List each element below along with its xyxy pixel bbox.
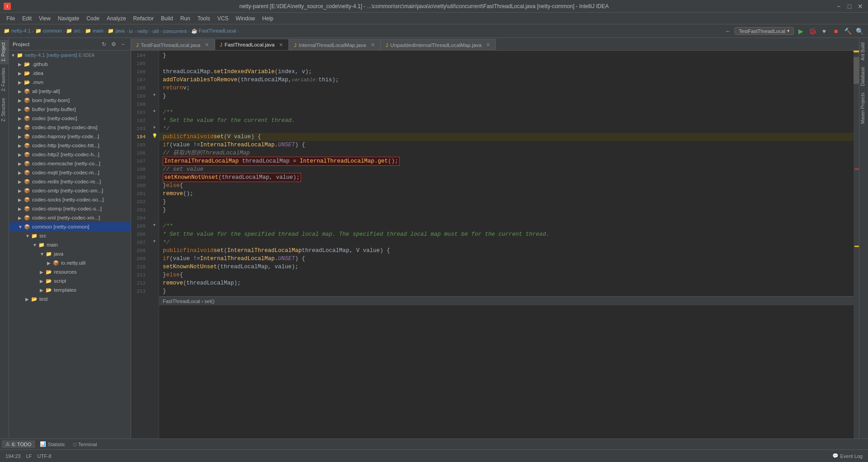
tree-item[interactable]: ▶ 📦 io.netty.util — [9, 258, 131, 267]
menu-build[interactable]: Build — [157, 14, 177, 23]
tree-item[interactable]: ▶ 📂 .idea — [9, 69, 131, 78]
run-config-dropdown[interactable]: ▾ — [787, 28, 790, 34]
tree-item[interactable]: ▶ 📦 codec-http2 [netty-codec-h...] — [9, 150, 131, 159]
collapse-arrow[interactable]: ▼ — [153, 223, 156, 228]
breadcrumb-netty[interactable]: 📁 netty-4.1 — [4, 28, 31, 34]
tree-item-templates[interactable]: ▶ 📂 templates — [9, 285, 131, 294]
build-button[interactable]: 🔨 — [843, 26, 853, 36]
collapse-arrow[interactable]: ▼ — [153, 239, 156, 244]
menu-edit[interactable]: Edit — [19, 14, 35, 23]
expand-arrow: ▶ — [18, 161, 24, 166]
breadcrumb-java[interactable]: 📁 java — [108, 28, 124, 34]
close-tab-btn[interactable]: ✕ — [370, 42, 376, 48]
tab-testfastthreadlocal[interactable]: J TestFastThreadLocal.java ✕ — [131, 39, 215, 51]
tree-item[interactable]: ▼ 📁 java — [9, 249, 131, 258]
expand-arrow: ▶ — [40, 288, 45, 293]
menu-file[interactable]: File — [3, 14, 19, 23]
status-encoding[interactable]: UTF-8 — [36, 453, 53, 459]
collapse-arrow[interactable]: ▼ — [153, 109, 156, 114]
tree-item[interactable]: ▶ 📦 bom [netty-bom] — [9, 96, 131, 105]
menu-navigate[interactable]: Navigate — [54, 14, 83, 23]
scrollbar-thumb[interactable] — [854, 57, 859, 84]
statistic-tab[interactable]: 📊 Statistic — [36, 440, 69, 448]
tree-item[interactable]: ▶ 📦 codec-stomp [netty-codec-s...] — [9, 204, 131, 213]
breadcrumb-common[interactable]: 📁 common — [35, 28, 62, 34]
bulb-icon[interactable]: 💡 — [152, 133, 157, 139]
tree-item[interactable]: ▶ 📂 .mvn — [9, 78, 131, 87]
close-tab-btn[interactable]: ✕ — [278, 42, 284, 48]
close-button[interactable]: ✕ — [856, 2, 864, 10]
tree-item[interactable]: ▼ 📁 src — [9, 231, 131, 240]
tree-item[interactable]: ▶ 📦 codec [netty-codec] — [9, 114, 131, 123]
terminal-tab[interactable]: □ Terminal — [70, 441, 100, 448]
breadcrumb-src[interactable]: 📁 src — [66, 28, 80, 34]
menu-code[interactable]: Code — [83, 14, 103, 23]
menu-window[interactable]: Window — [232, 14, 259, 23]
breadcrumb-concurrent[interactable]: concurrent — [163, 28, 187, 34]
tab-project[interactable]: 1: Project — [0, 40, 9, 64]
breadcrumb-main[interactable]: 📁 main — [85, 28, 104, 34]
tree-item[interactable]: ▶ 📦 codec-http [netty-codec-htt...] — [9, 141, 131, 150]
collapse-arrow[interactable]: ▼ — [153, 93, 156, 98]
tab-fastthreadlocal[interactable]: J FastThreadLocal.java ✕ — [215, 39, 289, 51]
tree-item[interactable]: ▶ 📦 codec-socks [netty-codec-so...] — [9, 195, 131, 204]
menu-run[interactable]: Run — [177, 14, 194, 23]
settings-icon[interactable]: ⚙ — [109, 40, 118, 48]
status-position[interactable]: 194:23 — [4, 453, 23, 459]
tree-item[interactable]: ▶ 📦 all [netty-all] — [9, 87, 131, 96]
menu-refactor[interactable]: Refactor — [130, 14, 157, 23]
minimize-button[interactable]: − — [835, 2, 843, 10]
status-lf[interactable]: LF — [24, 453, 34, 459]
tab-database[interactable]: Database — [859, 64, 868, 89]
search-everywhere[interactable]: 🔍 — [854, 26, 864, 36]
run-config[interactable]: TestFastThreadLocal ▾ — [735, 27, 794, 35]
tree-item[interactable]: ▶ 📦 codec-memcache [netty-co...] — [9, 159, 131, 168]
tab-maven-projects[interactable]: Maven Projects — [859, 90, 868, 126]
breadcrumb-netty2[interactable]: netty — [137, 28, 148, 34]
tab-label: FastThreadLocal.java — [225, 42, 275, 47]
tree-item[interactable]: ▶ 📂 script — [9, 276, 131, 285]
menu-vcs[interactable]: VCS — [214, 14, 232, 23]
todo-tab[interactable]: ⚠ 6: TODO — [2, 440, 35, 448]
tree-item[interactable]: ▶ 📦 codec-smtp [netty-codec-sm...] — [9, 186, 131, 195]
collapse-icon[interactable]: − — [119, 40, 127, 48]
sync-icon[interactable]: ↻ — [100, 40, 108, 48]
menu-analyze[interactable]: Analyze — [103, 14, 130, 23]
title-bar: I netty-parent [E:\IDEA\netty_source_cod… — [0, 0, 868, 13]
tab-internalthreadlocalmap[interactable]: J InternalThreadLocalMap.java ✕ — [289, 39, 380, 51]
close-tab-btn[interactable]: ✕ — [485, 42, 491, 48]
tree-item[interactable]: ▶ 📂 .github — [9, 60, 131, 69]
tree-item[interactable]: ▶ 📦 buffer [netty-buffer] — [9, 105, 131, 114]
code-content[interactable]: } threadLocalMap.setIndexedVariable(inde… — [159, 51, 854, 439]
breadcrumb-util[interactable]: util — [152, 28, 159, 34]
tree-item[interactable]: ▶ 📦 codec-dns [netty-codec-dns] — [9, 123, 131, 132]
run-with-coverage[interactable]: ♥ — [819, 26, 829, 36]
tree-item[interactable]: ▼ 📁 netty-4.1 [netty-parent] E:\IDEA — [9, 51, 131, 60]
tree-item[interactable]: ▶ 📦 codec-xml [netty-codec-xm...] — [9, 213, 131, 222]
maximize-button[interactable]: □ — [845, 2, 854, 10]
tree-item[interactable]: ▼ 📁 main — [9, 240, 131, 249]
tree-item[interactable]: ▼ 📦 common [netty-common] — [9, 222, 131, 231]
tree-item[interactable]: ▶ 📦 codec-mqtt [netty-codec-m...] — [9, 168, 131, 177]
tree-item[interactable]: ▶ 📂 resources — [9, 267, 131, 276]
stop-button[interactable]: ■ — [831, 26, 841, 36]
menu-view[interactable]: View — [35, 14, 54, 23]
tree-item[interactable]: ▶ 📦 codec-haproxy [netty-code...] — [9, 132, 131, 141]
breadcrumb-io[interactable]: io — [129, 28, 133, 34]
tab-ant-build[interactable]: Ant Build — [859, 40, 868, 63]
debug-button[interactable]: 🐞 — [807, 26, 817, 36]
status-event-log[interactable]: 💬 Event Log — [830, 453, 864, 459]
tab-structure[interactable]: Z: Structure — [0, 95, 9, 124]
close-tab-btn[interactable]: ✕ — [204, 42, 210, 48]
editor-scrollbar[interactable] — [854, 51, 859, 439]
tab-favorites[interactable]: 2: Favorites — [0, 65, 9, 94]
back-button[interactable]: ← — [723, 26, 733, 36]
collapse-arrow[interactable]: ▼ — [153, 126, 156, 130]
run-button[interactable]: ▶ — [796, 26, 806, 36]
tree-item[interactable]: ▶ 📦 codec-redis [netty-codec-re...] — [9, 177, 131, 186]
tree-item[interactable]: ▶ 📂 test — [9, 294, 131, 303]
menu-tools[interactable]: Tools — [194, 14, 214, 23]
menu-help[interactable]: Help — [259, 14, 277, 23]
tab-unpaddedinternalthreadlocalmap[interactable]: J UnpaddedInternalThreadLocalMap.java ✕ — [381, 39, 496, 51]
breadcrumb-class[interactable]: ☕ FastThreadLocal — [191, 28, 236, 34]
